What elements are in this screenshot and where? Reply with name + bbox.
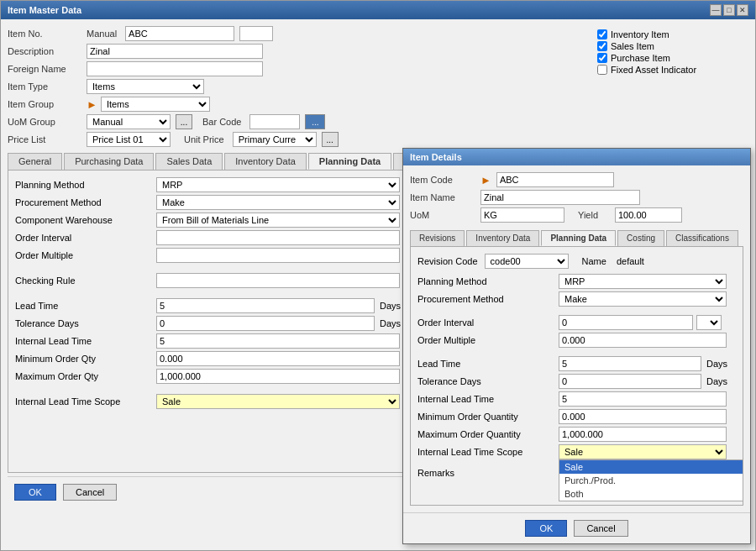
overlay-item-code-input[interactable]	[496, 172, 614, 187]
order-multiple-input[interactable]	[156, 248, 400, 263]
foreign-name-input[interactable]	[87, 61, 263, 76]
purchase-item-checkbox[interactable]	[597, 53, 607, 63]
internal-lead-time-label: Internal Lead Time	[15, 336, 150, 346]
restore-button[interactable]: □	[723, 4, 735, 16]
uom-group-select[interactable]: Manual	[87, 114, 171, 129]
overlay-tab-inventory-data[interactable]: Inventory Data	[466, 230, 539, 246]
max-order-qty-label: Maximum Order Qty	[15, 371, 150, 381]
ol-planning-method-label: Planning Method	[417, 276, 552, 286]
overlay-min-order-qty-input[interactable]	[559, 409, 727, 424]
cancel-button[interactable]: Cancel	[63, 484, 117, 501]
checking-rule-input[interactable]	[156, 273, 400, 288]
tolerance-days-label: Tolerance Days	[15, 318, 150, 328]
lead-scope-dropdown: Sale Purch./Prod. Both	[559, 459, 743, 501]
procurement-method-select[interactable]: Make	[156, 195, 400, 210]
revision-code-select[interactable]: code00	[485, 254, 569, 269]
ok-button[interactable]: OK	[14, 484, 56, 501]
overlay-max-order-qty-input[interactable]	[559, 427, 727, 442]
item-no-row: Item No. Manual	[8, 26, 580, 41]
tab-planning-data[interactable]: Planning Data	[308, 153, 391, 170]
overlay-procurement-method-select[interactable]: Make	[559, 291, 727, 307]
overlay-yield-input[interactable]	[615, 207, 682, 223]
tab-purchasing-data[interactable]: Purchasing Data	[64, 153, 154, 170]
item-group-select[interactable]: Items	[101, 97, 210, 112]
price-list-select[interactable]: Price List 01	[87, 132, 171, 147]
overlay-tab-revisions[interactable]: Revisions	[410, 230, 465, 246]
planning-method-select[interactable]: MRP	[156, 177, 400, 192]
purchase-item-label: Purchase Item	[611, 53, 670, 63]
overlay-tab-planning-data[interactable]: Planning Data	[541, 230, 616, 246]
title-bar: Item Master Data — □ ✕	[1, 1, 755, 19]
item-details-panel: Item Details Item Code ► Item Name UoM	[402, 148, 751, 544]
ol-spacer1	[417, 309, 552, 312]
sales-item-checkbox[interactable]	[597, 41, 607, 51]
description-label: Description	[8, 46, 83, 56]
spacer1	[15, 265, 150, 270]
internal-lead-scope-select[interactable]: Sale	[156, 394, 400, 409]
item-type-row: Item Type Items	[8, 79, 580, 94]
overlay-internal-lead-time-input[interactable]	[559, 391, 727, 407]
ol-max-order-qty-label: Maximum Order Quantity	[417, 429, 552, 439]
description-input[interactable]	[87, 44, 263, 59]
unit-price-btn[interactable]: ...	[322, 132, 339, 147]
max-order-qty-input[interactable]	[156, 369, 400, 384]
overlay-order-interval-unit[interactable]	[696, 315, 722, 330]
revision-code-label: Revision Code	[417, 256, 478, 266]
window-controls: — □ ✕	[710, 4, 748, 16]
ol-internal-lead-scope-label: Internal Lead Time Scope	[417, 447, 552, 457]
checking-rule-label: Checking Rule	[15, 276, 150, 286]
item-type-select[interactable]: Items	[87, 79, 204, 94]
uom-group-btn[interactable]: ...	[176, 114, 192, 129]
sales-item-label: Sales Item	[611, 41, 654, 51]
overlay-planning-method-select[interactable]: MRP	[559, 274, 727, 289]
overlay-tab-classifications[interactable]: Classifications	[666, 230, 738, 246]
purchase-item-row: Purchase Item	[597, 53, 748, 63]
inventory-item-checkbox[interactable]	[597, 29, 607, 39]
overlay-yield-label: Yield	[578, 210, 612, 220]
overlay-tolerance-days-input[interactable]	[559, 374, 701, 389]
overlay-uom-input[interactable]	[480, 207, 564, 223]
dropdown-item-sale[interactable]: Sale	[559, 460, 743, 474]
tolerance-days-input[interactable]	[156, 316, 375, 331]
dropdown-item-purch[interactable]: Purch./Prod.	[559, 474, 743, 487]
lead-time-label: Lead Time	[15, 301, 150, 311]
header-checkboxes: Inventory Item Sales Item Purchase Item …	[597, 26, 748, 150]
overlay-order-multiple-input[interactable]	[559, 333, 727, 348]
tab-sales-data[interactable]: Sales Data	[155, 153, 223, 170]
overlay-ok-button[interactable]: OK	[525, 520, 567, 537]
order-interval-input[interactable]	[156, 230, 400, 245]
minimize-button[interactable]: —	[710, 4, 722, 16]
overlay-cancel-button[interactable]: Cancel	[574, 520, 627, 537]
item-no-label: Item No.	[8, 29, 83, 39]
min-order-qty-input[interactable]	[156, 351, 400, 366]
item-no-input[interactable]	[125, 26, 234, 41]
overlay-tab-costing[interactable]: Costing	[617, 230, 664, 246]
ol-internal-lead-time-label: Internal Lead Time	[417, 394, 552, 404]
overlay-item-name-row: Item Name	[410, 190, 743, 205]
overlay-lead-scope-select[interactable]: Sale	[559, 444, 727, 459]
overlay-order-interval-input[interactable]	[559, 315, 693, 330]
order-multiple-label: Order Multiple	[15, 250, 150, 260]
component-warehouse-select[interactable]: From Bill of Materials Line	[156, 213, 400, 228]
unit-price-label: Unit Price	[184, 134, 224, 144]
internal-lead-scope-label: Internal Lead Time Scope	[15, 396, 150, 407]
ol-lead-time-label: Lead Time	[417, 359, 552, 369]
overlay-item-name-input[interactable]	[480, 190, 640, 205]
name-value: default	[617, 256, 644, 266]
lead-time-input[interactable]	[156, 298, 375, 313]
close-button[interactable]: ✕	[737, 4, 748, 16]
tab-inventory-data[interactable]: Inventory Data	[224, 153, 307, 170]
tab-general[interactable]: General	[8, 153, 62, 170]
internal-lead-time-input[interactable]	[156, 333, 400, 349]
dropdown-item-both[interactable]: Both	[559, 487, 743, 501]
window-title: Item Master Data	[8, 5, 81, 15]
fixed-asset-checkbox[interactable]	[597, 65, 607, 75]
ol-remarks-label: Remarks	[417, 468, 552, 478]
overlay-item-name-label: Item Name	[410, 192, 477, 202]
unit-price-select[interactable]: Primary Curre	[233, 132, 317, 147]
tolerance-days-unit: Days	[380, 318, 401, 328]
bar-code-input[interactable]	[249, 114, 300, 129]
overlay-lead-time-input[interactable]	[559, 356, 701, 371]
uom-group-row: UoM Group Manual ... Bar Code ...	[8, 114, 580, 129]
bar-code-btn[interactable]: ...	[305, 114, 325, 129]
